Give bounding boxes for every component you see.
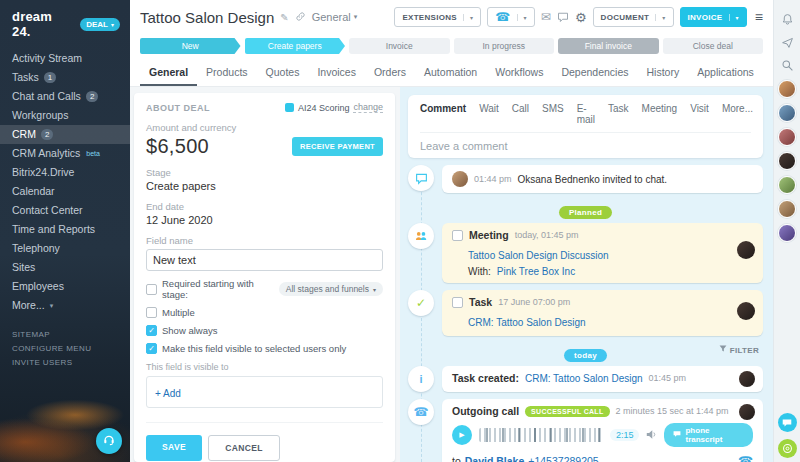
- stage-in-progress[interactable]: In progress: [454, 38, 555, 54]
- mail-icon[interactable]: ✉: [541, 10, 551, 24]
- bell-icon[interactable]: [781, 13, 794, 26]
- edit-icon[interactable]: ✎: [280, 12, 288, 23]
- contact-link[interactable]: David Blake: [465, 455, 525, 462]
- invoice-button[interactable]: INVOICE ▾: [680, 7, 747, 27]
- cancel-button[interactable]: CANCEL: [208, 435, 280, 461]
- timeline-tab-call[interactable]: Call: [512, 103, 529, 125]
- sidebar-item-tasks[interactable]: Tasks1: [0, 68, 130, 87]
- menu-icon[interactable]: ≡: [755, 9, 763, 25]
- filter-button[interactable]: FILTER: [719, 345, 759, 355]
- volume-icon[interactable]: [646, 426, 657, 444]
- callback-phone-icon[interactable]: ☎: [738, 454, 753, 462]
- company-link[interactable]: Pink Tree Box Inc: [497, 266, 575, 277]
- stages-dropdown[interactable]: All stages and funnels ▾: [279, 282, 383, 296]
- sidebar-item-contact-center[interactable]: Contact Center: [0, 201, 130, 220]
- stage-close-deal[interactable]: Close deal: [663, 38, 764, 54]
- tab-orders[interactable]: Orders: [365, 60, 415, 86]
- sidebar-item-telephony[interactable]: Telephony: [0, 239, 130, 258]
- sidebar-item-workgroups[interactable]: Workgroups: [0, 106, 130, 125]
- tab-invoices[interactable]: Invoices: [308, 60, 365, 86]
- stage-value[interactable]: Create papers: [146, 180, 383, 192]
- end-date-value[interactable]: 12 June 2020: [146, 214, 383, 226]
- timeline-tab-sms[interactable]: SMS: [542, 103, 564, 125]
- sidebar-item-employees[interactable]: Employees: [0, 277, 130, 296]
- play-button[interactable]: ▶: [452, 425, 472, 445]
- complete-meeting-checkbox[interactable]: [452, 230, 463, 241]
- chevron-down-icon[interactable]: ▾: [517, 14, 527, 21]
- phone-number-link[interactable]: +14537289205: [528, 455, 598, 462]
- avatar[interactable]: [778, 224, 796, 242]
- tab-general[interactable]: General: [140, 60, 197, 86]
- comment-input[interactable]: [420, 132, 751, 158]
- chevron-down-icon[interactable]: ▾: [463, 14, 473, 21]
- avatar[interactable]: [778, 200, 796, 218]
- call-button[interactable]: ☎ ▾: [487, 7, 535, 27]
- tab-automation[interactable]: Automation: [415, 60, 486, 86]
- tab-dependencies[interactable]: Dependencies: [552, 60, 637, 86]
- timeline-tab-more[interactable]: More...: [722, 103, 753, 125]
- timeline-tab-email[interactable]: E-mail: [577, 103, 595, 125]
- chat-bubble-button[interactable]: [778, 413, 797, 432]
- timeline-tab-meeting[interactable]: Meeting: [642, 103, 678, 125]
- configure-menu-link[interactable]: CONFIGURE MENU: [0, 339, 130, 353]
- timeline-tab-task[interactable]: Task: [608, 103, 629, 125]
- meeting-link[interactable]: Tattoo Salon Design Discussion: [468, 250, 609, 261]
- deal-badge[interactable]: DEAL ▾: [80, 18, 120, 31]
- visible-checkbox[interactable]: ✓: [146, 343, 157, 354]
- sidebar-item-time-and-reports[interactable]: Time and Reports: [0, 220, 130, 239]
- timeline-tab-visit[interactable]: Visit: [690, 103, 709, 125]
- send-plane-icon[interactable]: [781, 36, 794, 49]
- tab-quotes[interactable]: Quotes: [257, 60, 309, 86]
- sidebar-item-crm-analytics[interactable]: CRM Analyticsbeta: [0, 144, 130, 163]
- invite-users-link[interactable]: INVITE USERS: [0, 353, 130, 367]
- search-icon[interactable]: [781, 59, 794, 72]
- amount-value[interactable]: $6,500: [146, 135, 209, 158]
- avatar[interactable]: [778, 176, 796, 194]
- save-button[interactable]: SAVE: [146, 435, 202, 461]
- task-created-link[interactable]: CRM: Tattoo Salon Design: [525, 373, 643, 384]
- sidebar-item-chat-and-calls[interactable]: Chat and Calls2: [0, 87, 130, 106]
- scoring-change-link[interactable]: change: [353, 102, 383, 113]
- ai-scoring[interactable]: AI24 Scoring change: [285, 102, 383, 113]
- document-button[interactable]: DOCUMENT ▾: [593, 7, 674, 27]
- task-link[interactable]: CRM: Tattoo Salon Design: [468, 317, 586, 328]
- timeline-tab-comment[interactable]: Comment: [420, 103, 466, 125]
- sidebar-item-more[interactable]: More...▾: [0, 296, 130, 315]
- show-always-checkbox[interactable]: ✓: [146, 325, 157, 336]
- sidebar-item-bitrix24-drive[interactable]: Bitrix24.Drive: [0, 163, 130, 182]
- avatar[interactable]: [778, 80, 796, 98]
- required-checkbox[interactable]: [146, 284, 157, 295]
- avatar[interactable]: [778, 128, 796, 146]
- extensions-button[interactable]: EXTENSIONS ▾: [394, 7, 481, 27]
- avatar[interactable]: [778, 104, 796, 122]
- tab-history[interactable]: History: [638, 60, 689, 86]
- sidebar-item-sites[interactable]: Sites: [0, 258, 130, 277]
- receive-payment-button[interactable]: RECEIVE PAYMENT: [292, 137, 383, 156]
- timeline-tab-wait[interactable]: Wait: [479, 103, 499, 125]
- chevron-down-icon[interactable]: ▾: [655, 14, 665, 21]
- complete-task-checkbox[interactable]: [452, 297, 463, 308]
- tab-workflows[interactable]: Workflows: [486, 60, 552, 86]
- stage-create-papers[interactable]: Create papers: [245, 38, 346, 54]
- stage-invoice[interactable]: Invoice: [349, 38, 450, 54]
- support-button[interactable]: [96, 428, 122, 454]
- chevron-down-icon[interactable]: ▾: [729, 14, 739, 21]
- gear-icon[interactable]: ⚙: [575, 10, 587, 25]
- add-user-link[interactable]: + Add: [155, 388, 181, 399]
- tab-applications[interactable]: Applications: [688, 60, 763, 86]
- sidebar-item-activity-stream[interactable]: Activity Stream: [0, 49, 130, 68]
- sidebar-item-crm[interactable]: CRM2: [0, 125, 130, 144]
- chat-icon[interactable]: [557, 11, 569, 23]
- sidebar-item-calendar[interactable]: Calendar: [0, 182, 130, 201]
- phone-transcript-button[interactable]: phone transcript: [664, 423, 753, 447]
- stage-new[interactable]: New: [140, 38, 241, 54]
- multiple-checkbox[interactable]: [146, 307, 157, 318]
- waveform[interactable]: [479, 428, 603, 442]
- tab-products[interactable]: Products: [197, 60, 256, 86]
- help-button[interactable]: [778, 439, 797, 458]
- avatar[interactable]: [778, 152, 796, 170]
- field-name-input[interactable]: [146, 249, 383, 271]
- sitemap-link[interactable]: SITEMAP: [0, 325, 130, 339]
- stage-final-invoice[interactable]: Final invoice: [558, 38, 659, 54]
- breadcrumb[interactable]: General ▾: [312, 11, 358, 23]
